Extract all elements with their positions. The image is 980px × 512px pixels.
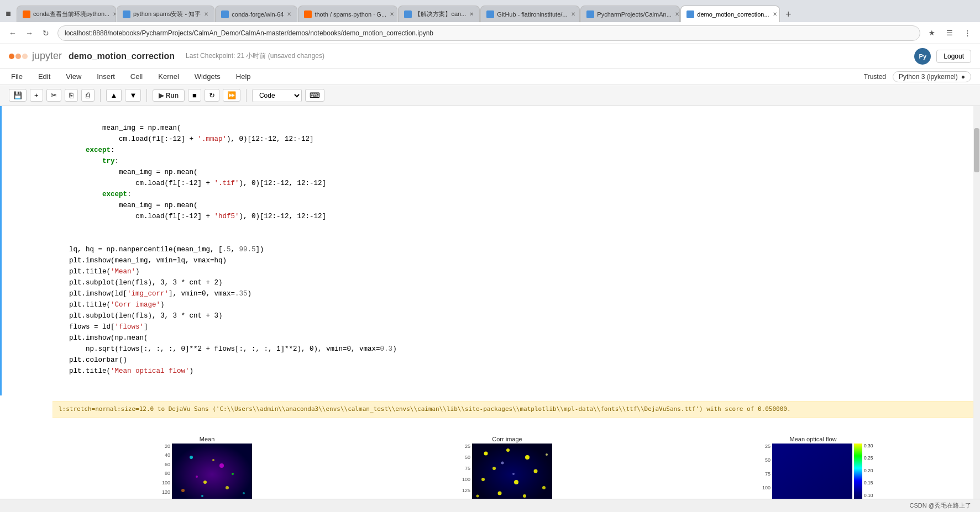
corr-yaxis-100: 100 bbox=[462, 477, 470, 482]
tab-thoth[interactable]: thoth / spams-python · G... ✕ bbox=[298, 6, 397, 22]
plot-flow-title: Mean optical flow bbox=[790, 436, 837, 442]
corr-yaxis-75: 75 bbox=[465, 466, 470, 471]
tab-conda-forge[interactable]: conda-forge/win-64 ✕ bbox=[215, 6, 297, 22]
mean-yaxis-20: 20 bbox=[165, 444, 170, 449]
url-text: localhost:8888/notebooks/PycharmProjects… bbox=[65, 29, 433, 37]
tab-close-icon[interactable]: ✕ bbox=[204, 11, 208, 17]
colorbar-flow-row1: 0.30 0.25 0.20 0.15 0.10 0.05 0.00 bbox=[854, 444, 864, 505]
interrupt-button[interactable]: ■ bbox=[188, 89, 201, 102]
restart-button[interactable]: ↻ bbox=[205, 89, 219, 102]
svg-point-24 bbox=[512, 473, 515, 475]
svg-point-13 bbox=[484, 451, 488, 455]
toolbar-separator-3 bbox=[246, 89, 247, 102]
copy-cell-button[interactable]: ⎘ bbox=[65, 89, 78, 102]
notebook-content: mean_img = np.mean( cm.load(fl[:-12] + '… bbox=[0, 106, 980, 512]
svg-rect-28 bbox=[854, 444, 862, 505]
svg-point-20 bbox=[542, 486, 546, 489]
svg-point-6 bbox=[243, 492, 245, 494]
menu-cell[interactable]: Cell bbox=[128, 71, 145, 82]
tab-favicon bbox=[586, 10, 594, 18]
move-down-button[interactable]: ▼ bbox=[125, 89, 141, 102]
flow-yaxis-75: 75 bbox=[765, 471, 771, 477]
bookmark-icon[interactable]: ★ bbox=[925, 26, 939, 40]
menu-help[interactable]: Help bbox=[234, 71, 253, 82]
tab-close-icon[interactable]: ✕ bbox=[469, 11, 474, 17]
tab-spams[interactable]: python spams安装 - 知乎 ✕ bbox=[117, 6, 214, 22]
notebook-title[interactable]: demo_motion_correction bbox=[69, 51, 175, 61]
menu-view[interactable]: View bbox=[64, 71, 83, 82]
cut-cell-button[interactable]: ✂ bbox=[46, 89, 61, 102]
plot-flow-canvas: 0.30 0.25 0.20 0.15 0.10 0.05 0.00 bbox=[772, 444, 864, 507]
tab-close-icon[interactable]: ✕ bbox=[571, 11, 575, 17]
code-area[interactable]: mean_img = np.mean( cm.load(fl[:-12] + '… bbox=[46, 109, 980, 392]
tab-close-icon[interactable]: ✕ bbox=[675, 11, 679, 17]
svg-point-4 bbox=[232, 473, 234, 475]
tab-conda[interactable]: conda查看当前环境python... ✕ bbox=[17, 6, 116, 22]
menu-kernel[interactable]: Kernel bbox=[156, 71, 181, 82]
svg-point-25 bbox=[546, 453, 548, 456]
tab-solution[interactable]: 【解决方案】can... ✕ bbox=[398, 6, 480, 22]
code-line-6: cm.load(fl[:-12] + '.tif'), 0)[12:-12, 1… bbox=[53, 180, 326, 187]
menu-file[interactable]: File bbox=[9, 71, 25, 82]
output-cell: l:stretch=normal:size=12.0 to DejaVu San… bbox=[0, 395, 980, 427]
url-bar[interactable]: localhost:8888/notebooks/PycharmProjects… bbox=[57, 25, 920, 41]
tab-close-icon[interactable]: ✕ bbox=[390, 11, 394, 17]
trusted-label: Trusted bbox=[864, 73, 886, 81]
jupyter-logo-circles bbox=[9, 54, 28, 59]
forward-button[interactable]: → bbox=[22, 26, 36, 40]
corr-yaxis-25: 25 bbox=[465, 444, 470, 449]
vertical-scrollbar[interactable] bbox=[973, 106, 980, 512]
mean-yaxis-80: 80 bbox=[165, 471, 170, 476]
scrollbar-thumb[interactable] bbox=[974, 128, 979, 172]
back-button[interactable]: ← bbox=[6, 26, 20, 40]
tab-close-icon[interactable]: ✕ bbox=[287, 11, 291, 17]
tab-pycharm[interactable]: PycharmProjects/CalmAn... ✕ bbox=[580, 6, 680, 22]
logout-button[interactable]: Logout bbox=[936, 50, 971, 63]
tab-github-flat[interactable]: GitHub - flatironinstitute/... ✕ bbox=[480, 6, 580, 22]
restart-run-button[interactable]: ⏩ bbox=[223, 89, 240, 102]
code-line-21: plt.title('Mean optical flow') bbox=[53, 367, 193, 375]
new-tab-button[interactable]: ■ bbox=[0, 6, 17, 22]
svg-rect-27 bbox=[772, 444, 852, 505]
tab-favicon bbox=[221, 10, 229, 18]
menu-icon[interactable]: ⋮ bbox=[960, 26, 974, 40]
code-line-13: plt.subplot(len(fls), 3, 3 * cnt + 2) bbox=[53, 279, 223, 287]
mean-yaxis-40: 40 bbox=[165, 452, 170, 458]
code-line-12: plt.title('Mean') bbox=[53, 268, 140, 276]
address-bar: ← → ↻ localhost:8888/notebooks/PycharmPr… bbox=[0, 22, 980, 44]
flow-yaxis-100: 100 bbox=[762, 485, 771, 490]
run-button[interactable]: ▶ Run bbox=[153, 89, 185, 102]
move-up-button[interactable]: ▲ bbox=[106, 89, 122, 102]
cell-type-select[interactable]: Code bbox=[252, 89, 302, 102]
new-tab-plus[interactable]: + bbox=[780, 7, 796, 22]
tab-close-icon[interactable]: ✕ bbox=[773, 11, 777, 17]
svg-point-23 bbox=[501, 461, 504, 464]
save-button[interactable]: 💾 bbox=[9, 89, 27, 102]
paste-cell-button[interactable]: ⎙ bbox=[81, 89, 95, 102]
tab-label: conda-forge/win-64 bbox=[232, 11, 284, 18]
menu-edit[interactable]: Edit bbox=[36, 71, 53, 82]
menu-widgets[interactable]: Widgets bbox=[192, 71, 223, 82]
kernel-status-icon: ● bbox=[961, 73, 965, 81]
code-line-10: lq, hq = np.nanpercentile(mean_img, [.5,… bbox=[53, 246, 264, 254]
checkpoint-info: Last Checkpoint: 21 小时前 (unsaved changes… bbox=[186, 51, 324, 61]
bottom-bar: CSDN @秃毛在路上了 bbox=[0, 499, 980, 512]
plot-mean-title: Mean bbox=[200, 436, 215, 442]
menu-insert[interactable]: Insert bbox=[95, 71, 117, 82]
cell-body[interactable]: mean_img = np.mean( cm.load(fl[:-12] + '… bbox=[46, 106, 980, 395]
svg-point-15 bbox=[525, 455, 530, 460]
corr-plot-svg bbox=[472, 444, 552, 507]
code-line-17: flows = ld['flows'] bbox=[53, 323, 148, 331]
extensions-icon[interactable]: ☰ bbox=[942, 26, 957, 40]
tab-demo-motion[interactable]: demo_motion_correction... ✕ bbox=[680, 6, 780, 22]
keyboard-shortcut-button[interactable]: ⌨ bbox=[305, 89, 324, 102]
output-area: l:stretch=normal:size=12.0 to DejaVu San… bbox=[46, 399, 980, 424]
add-cell-button[interactable]: + bbox=[30, 89, 43, 102]
logo-circle-3 bbox=[22, 54, 28, 59]
code-line-4: try: bbox=[53, 157, 119, 165]
tab-label: PycharmProjects/CalmAn... bbox=[597, 11, 671, 18]
tab-close-icon[interactable]: ✕ bbox=[113, 11, 116, 17]
reload-button[interactable]: ↻ bbox=[39, 26, 53, 40]
jupyter-toolbar: 💾 + ✂ ⎘ ⎙ ▲ ▼ ▶ Run ■ ↻ ⏩ Code ⌨ bbox=[0, 85, 980, 106]
svg-point-8 bbox=[196, 476, 198, 478]
